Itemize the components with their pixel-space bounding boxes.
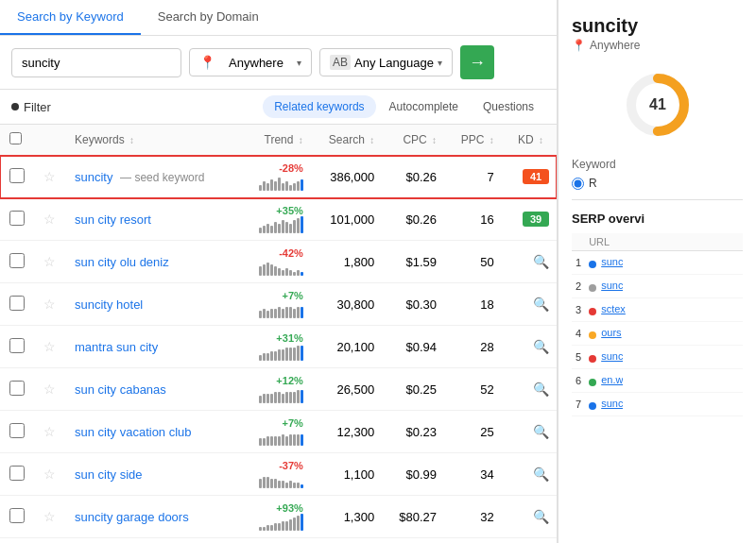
lang-chevron-icon: ▾ <box>438 58 442 68</box>
row-checkbox[interactable] <box>9 338 25 353</box>
keyword-link[interactable]: mantra sun city <box>75 340 158 354</box>
row-star-cell[interactable]: ☆ <box>34 241 65 283</box>
kd-search-button[interactable]: 🔍 <box>533 424 549 439</box>
serp-link[interactable]: sctex <box>601 303 626 314</box>
row-checkbox-cell[interactable] <box>0 453 34 496</box>
star-button[interactable]: ☆ <box>43 297 56 312</box>
location-select[interactable]: 📍 Anywhere ▾ <box>189 48 312 76</box>
keyword-link[interactable]: sun city cabanas <box>75 382 166 397</box>
row-star-cell[interactable]: ☆ <box>34 453 65 496</box>
serp-link[interactable]: ours <box>601 327 621 338</box>
kd-search-button[interactable]: 🔍 <box>533 467 549 482</box>
location-pin-icon: 📍 <box>572 39 586 52</box>
row-checkbox[interactable] <box>9 466 25 481</box>
row-star-cell[interactable]: ☆ <box>34 368 65 411</box>
row-search-cell: 30,800 <box>313 283 384 326</box>
row-checkbox[interactable] <box>9 381 25 396</box>
keyword-link[interactable]: sun city vacation club <box>75 425 192 439</box>
serp-link[interactable]: sunc <box>601 280 623 291</box>
row-checkbox[interactable] <box>9 168 25 183</box>
mini-bar <box>259 218 303 233</box>
kw-tab-related[interactable]: Related keywords <box>263 95 375 118</box>
serp-row: 3 sctex <box>572 298 743 322</box>
row-checkbox-cell[interactable] <box>0 411 34 453</box>
kd-search-button[interactable]: 🔍 <box>533 297 549 312</box>
serp-link[interactable]: sunc <box>601 350 623 362</box>
row-checkbox[interactable] <box>9 253 25 268</box>
row-star-cell[interactable]: ☆ <box>34 496 65 538</box>
keyword-link[interactable]: sun city side <box>75 467 143 482</box>
serp-dot-icon <box>589 402 596 410</box>
row-checkbox-cell[interactable] <box>0 198 34 241</box>
star-button[interactable]: ☆ <box>43 212 56 227</box>
row-star-cell[interactable]: ☆ <box>34 156 65 198</box>
row-keyword-cell: sun city vacation club <box>65 411 230 453</box>
star-button[interactable]: ☆ <box>43 424 56 439</box>
table-row: ☆ mantra sun city +31% 20,100 $0.94 28 🔍 <box>0 326 557 368</box>
keyword-link[interactable]: sun city resort <box>75 212 151 227</box>
row-kd-cell: 🔍 <box>504 368 557 411</box>
row-checkbox-cell[interactable] <box>0 326 34 368</box>
row-star-cell[interactable]: ☆ <box>34 326 65 368</box>
row-trend-cell: +7% <box>230 411 313 453</box>
star-button[interactable]: ☆ <box>43 339 56 354</box>
row-trend-cell: +8% <box>230 538 313 544</box>
row-star-cell[interactable]: ☆ <box>34 198 65 241</box>
serp-dot-icon <box>589 261 596 268</box>
star-button[interactable]: ☆ <box>43 254 56 269</box>
row-ppc-cell: 50 <box>446 241 504 283</box>
keyword-link[interactable]: suncity garage doors <box>75 510 189 524</box>
tab-search-domain[interactable]: Search by Domain <box>141 0 276 35</box>
row-trend-cell: +93% <box>230 496 313 538</box>
language-select[interactable]: AB Any Language ▾ <box>319 48 453 76</box>
keyword-link[interactable]: suncity <box>75 170 112 184</box>
table-row: ☆ sun city resort +35% 101,000 $0.26 16 … <box>0 198 557 241</box>
star-button[interactable]: ☆ <box>43 509 56 524</box>
serp-link[interactable]: sunc <box>601 398 623 409</box>
tab-search-keyword[interactable]: Search by Keyword <box>0 0 141 35</box>
kd-search-button[interactable]: 🔍 <box>533 382 549 397</box>
rp-radio[interactable]: R <box>572 177 743 190</box>
search-go-button[interactable]: → <box>460 45 494 79</box>
row-checkbox-cell[interactable] <box>0 368 34 411</box>
row-checkbox-cell[interactable] <box>0 538 34 544</box>
row-checkbox[interactable] <box>9 423 25 438</box>
star-button[interactable]: ☆ <box>43 382 56 397</box>
kw-tab-autocomplete[interactable]: Autocomplete <box>378 95 470 118</box>
kd-search-button[interactable]: 🔍 <box>533 339 549 354</box>
filter-button[interactable]: Filter <box>11 100 51 114</box>
row-checkbox-cell[interactable] <box>0 496 34 538</box>
serp-num: 7 <box>572 393 585 416</box>
keyword-link[interactable]: suncity hotel <box>75 297 143 312</box>
row-checkbox[interactable] <box>9 296 25 311</box>
serp-link[interactable]: en.w <box>601 374 623 385</box>
row-star-cell[interactable]: ☆ <box>34 283 65 326</box>
rp-radio-input[interactable] <box>572 178 584 190</box>
serp-num: 6 <box>572 369 585 393</box>
row-checkbox-cell[interactable] <box>0 156 34 198</box>
row-trend-cell: +12% <box>230 368 313 411</box>
rp-location: 📍 Anywhere <box>572 39 743 52</box>
col-kd: KD ↕ <box>504 125 557 156</box>
col-ppc: PPC ↕ <box>446 125 504 156</box>
row-checkbox[interactable] <box>9 508 25 523</box>
serp-link[interactable]: sunc <box>601 256 623 267</box>
row-checkbox[interactable] <box>9 211 25 226</box>
select-all-checkbox[interactable] <box>9 132 22 144</box>
star-button[interactable]: ☆ <box>43 169 56 184</box>
trend-pct: +35% <box>276 205 302 216</box>
row-checkbox-cell[interactable] <box>0 241 34 283</box>
filter-bar: Filter Related keywords Autocomplete Que… <box>0 90 557 125</box>
row-trend-cell: -28% <box>230 156 313 198</box>
search-input[interactable]: suncity <box>11 48 181 77</box>
row-star-cell[interactable]: ☆ <box>34 411 65 453</box>
keyword-link[interactable]: sun city olu deniz <box>75 255 169 269</box>
star-button[interactable]: ☆ <box>43 467 56 482</box>
kd-search-button[interactable]: 🔍 <box>533 509 549 524</box>
kw-tab-questions[interactable]: Questions <box>472 95 545 118</box>
row-keyword-cell: sun city resort <box>65 198 230 241</box>
row-cpc-cell: $0.26 <box>384 156 446 198</box>
row-star-cell[interactable]: ☆ <box>34 538 65 544</box>
row-checkbox-cell[interactable] <box>0 283 34 326</box>
kd-search-button[interactable]: 🔍 <box>533 254 549 269</box>
